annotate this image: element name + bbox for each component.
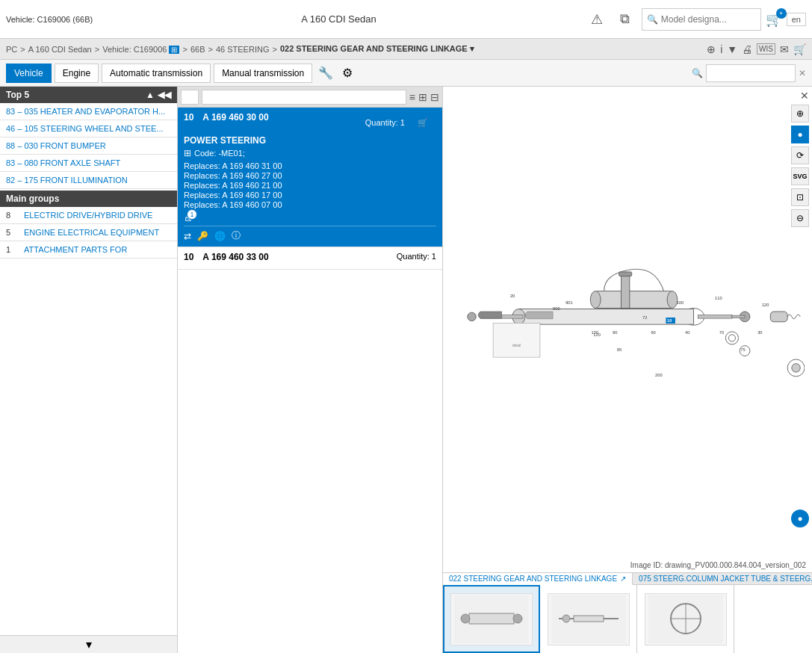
clear-search-icon[interactable]: ✕: [799, 68, 806, 78]
replace-icon[interactable]: ⇄: [184, 231, 191, 241]
svg-point-50: [562, 615, 570, 622]
bottom-tab-022[interactable]: 022 STEERING GEAR AND STEERING LINKAGE ↗: [443, 573, 633, 585]
copy-icon[interactable]: ⧉: [613, 7, 637, 31]
breadcrumb-vehicle[interactable]: Vehicle: C169006 ⊞: [102, 45, 179, 54]
breadcrumb-66b[interactable]: 66B: [190, 45, 205, 54]
external-link-icon[interactable]: ↗: [620, 575, 626, 583]
diagram-close-button[interactable]: ✕: [800, 90, 809, 102]
language-selector[interactable]: en: [787, 13, 806, 26]
replaces-line: Replaces: A 169 460 21 00: [184, 181, 436, 190]
thumbnail-075[interactable]: [540, 585, 637, 653]
parts-search-input[interactable]: [706, 64, 796, 82]
main-groups-list: 8 ELECTRIC DRIVE/HYBRID DRIVE 5 ENGINE E…: [0, 207, 177, 635]
part-code: A 169 460 33 00: [202, 252, 268, 262]
cart-breadcrumb-icon[interactable]: 🛒: [793, 43, 806, 55]
zoom-in-icon[interactable]: ⊕: [707, 43, 716, 55]
svg-rect-44: [469, 613, 514, 624]
svg-point-46: [513, 614, 522, 623]
thumbnail-105[interactable]: [637, 585, 734, 653]
thumbnail-image: [548, 593, 630, 646]
expand-icon[interactable]: ◀◀: [158, 90, 171, 100]
tab-auto-transmission[interactable]: Automatic transmission: [102, 64, 211, 83]
collapse-icon[interactable]: ▲: [146, 90, 155, 100]
model-search-input[interactable]: [661, 14, 756, 25]
breadcrumb-model[interactable]: A 160 CDI Sedan: [28, 45, 92, 54]
top5-item[interactable]: 83 – 080 FRONT AXLE SHAFT: [0, 155, 177, 172]
main-group-item[interactable]: 1 ATTACHMENT PARTS FOR: [0, 241, 177, 259]
main-group-item[interactable]: 8 ELECTRIC DRIVE/HYBRID DRIVE: [0, 207, 177, 224]
key-icon[interactable]: 🔑: [197, 231, 208, 241]
left-panel: Top 5 ▲ ◀◀ 83 – 035 HEATER AND EVAPORATO…: [0, 87, 178, 653]
svg-text:900: 900: [553, 306, 560, 311]
tab-vehicle[interactable]: Vehicle: [6, 64, 52, 83]
info-icon: ●: [797, 513, 802, 524]
scroll-down-button[interactable]: ▾: [0, 635, 177, 653]
split-view-icon[interactable]: ⊟: [430, 91, 439, 103]
top5-item[interactable]: 88 – 030 FRONT BUMPER: [0, 137, 177, 155]
part-quantity: Quantity: 1: [397, 252, 436, 261]
part-quantity: Quantity: 1: [365, 118, 405, 127]
mail-icon[interactable]: ✉: [780, 43, 789, 55]
history-button[interactable]: ⟳: [791, 146, 809, 164]
warning-icon[interactable]: ⚠: [585, 7, 609, 31]
print-icon[interactable]: 🖨: [742, 43, 752, 55]
wis-icon[interactable]: WIS: [757, 43, 775, 55]
globe-icon[interactable]: 🌐: [214, 231, 226, 241]
part-item[interactable]: 10 A 169 460 30 00 Quantity: 1 🛒 POWER S…: [178, 108, 442, 247]
svg-point-10: [590, 291, 601, 309]
top5-item[interactable]: 46 – 105 STEERING WHEEL AND STEE...: [0, 120, 177, 137]
parts-toolbar: ≡ ⊞ ⊟: [178, 87, 442, 108]
cart-icon[interactable]: 🛒 +: [766, 11, 782, 28]
wrench-icon: 🔧: [315, 64, 336, 81]
breadcrumb-current[interactable]: 022 STEERING GEAR AND STEERING LINKAGE ▾: [280, 44, 474, 54]
part-item[interactable]: 10 A 169 460 33 00 Quantity: 1: [178, 247, 442, 270]
add-to-cart-button[interactable]: 🛒: [409, 112, 436, 133]
tab-engine[interactable]: Engine: [55, 64, 99, 83]
part-code: A 169 460 30 00: [202, 112, 268, 123]
thumbnail-022[interactable]: [443, 585, 540, 653]
svg-text:120: 120: [762, 303, 769, 307]
bottom-tab-075[interactable]: 075 STEERG.COLUMN JACKET TUBE & STEERG. …: [633, 573, 812, 584]
image-view-icon[interactable]: ⊞: [418, 91, 427, 103]
breadcrumb-pc[interactable]: PC: [6, 45, 17, 54]
main-groups-header: Main groups: [0, 191, 177, 207]
top5-list: 83 – 035 HEATER AND EVAPORATOR H... 46 –…: [0, 103, 177, 189]
svg-button[interactable]: SVG: [791, 167, 809, 185]
main-group-item[interactable]: 5 ENGINE ELECTRICAL EQUIPMENT: [0, 224, 177, 241]
top5-item[interactable]: 82 – 175 FRONT ILLUMINATION: [0, 172, 177, 189]
svg-text:70: 70: [719, 330, 724, 335]
grid-icon: ⊞: [184, 148, 191, 158]
zoom-fit-button[interactable]: ⊡: [791, 188, 809, 206]
print-badge: 1: [187, 209, 197, 220]
top5-item[interactable]: 83 – 035 HEATER AND EVAPORATOR H...: [0, 103, 177, 120]
diagram-tools: ⊕ ● ⟳ SVG ⊡ ⊖: [791, 105, 809, 227]
list-view-icon[interactable]: ≡: [409, 91, 415, 103]
filter-icon[interactable]: ▼: [727, 43, 737, 55]
replaces-line: Replaces: A 169 460 07 00: [184, 200, 436, 209]
breadcrumb-steering[interactable]: 46 STEERING: [216, 45, 270, 54]
model-search-box[interactable]: 🔍: [642, 8, 761, 31]
parts-filter-input[interactable]: [202, 90, 406, 105]
parts-diagram: 120 110 100 901 900 130 60 30 20 95 40 9…: [443, 87, 812, 572]
breadcrumb: PC > A 160 CDI Sedan > Vehicle: C169006 …: [0, 39, 812, 60]
svg-point-41: [792, 364, 800, 372]
info-icon[interactable]: i: [720, 43, 722, 55]
info-circle-icon[interactable]: ⓘ: [232, 229, 241, 242]
info-dot-button[interactable]: ●: [791, 510, 809, 527]
svg-rect-9: [595, 291, 672, 309]
bottom-tab-label: 022 STEERING GEAR AND STEERING LINKAGE: [449, 575, 617, 583]
svg-text:10: 10: [667, 318, 672, 323]
svg-rect-14: [770, 312, 787, 322]
zoom-in-button[interactable]: ⊕: [791, 105, 809, 123]
svg-rect-49: [574, 616, 604, 622]
zoom-out-button[interactable]: ⊖: [791, 209, 809, 227]
highlight-button[interactable]: ●: [791, 126, 809, 143]
svg-point-45: [461, 614, 470, 623]
print-with-badge[interactable]: 🖨 1: [184, 212, 193, 223]
bottom-tabs: 022 STEERING GEAR AND STEERING LINKAGE ↗…: [443, 573, 812, 585]
cart-badge: +: [776, 8, 787, 19]
tab-manual-transmission[interactable]: Manual transmission: [214, 64, 312, 83]
svg-text:200: 200: [655, 373, 663, 377]
replaces-line: Replaces: A 169 460 31 00: [184, 161, 436, 170]
diagram-image-id: Image ID: drawing_PV000.000.844.004_vers…: [630, 561, 806, 569]
